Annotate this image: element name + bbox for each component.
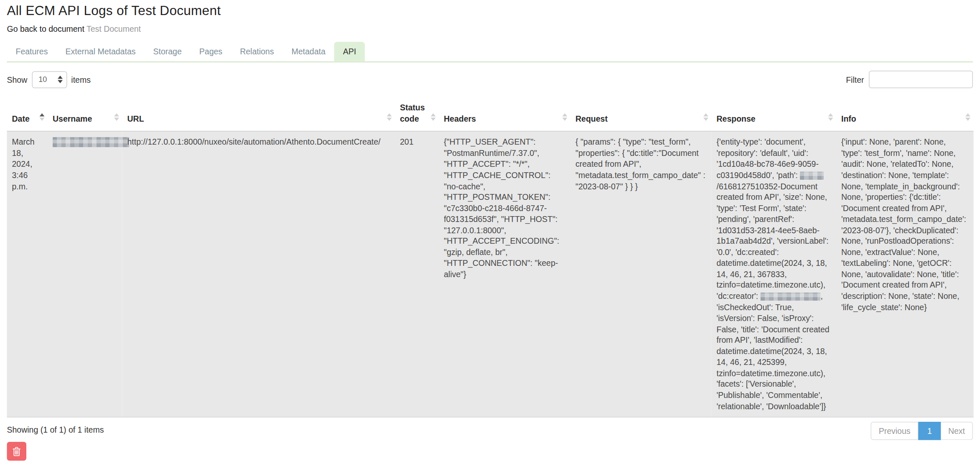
tab-storage[interactable]: Storage — [144, 42, 190, 61]
sort-arrows-icon — [828, 114, 833, 121]
tab-metadata[interactable]: Metadata — [283, 42, 334, 61]
go-back-document-link[interactable]: Test Document — [87, 24, 141, 34]
redacted-path — [800, 172, 824, 180]
tab-bar: Features External Metadatas Storage Page… — [7, 42, 973, 63]
api-logs-table: Date Username URL Status code — [7, 97, 974, 418]
column-header-username[interactable]: Username — [48, 97, 122, 131]
page-title: All ECM API Logs of Test Document — [7, 3, 973, 18]
table-footer: Showing (1 of 1) of 1 items Previous 1 N… — [7, 423, 973, 464]
column-header-headers[interactable]: Headers — [439, 97, 570, 131]
redacted-username — [53, 138, 129, 148]
column-header-request[interactable]: Request — [570, 97, 712, 131]
column-header-url[interactable]: URL — [122, 97, 395, 131]
table-header-row: Date Username URL Status code — [7, 97, 974, 131]
previous-page-button[interactable]: Previous — [871, 422, 919, 440]
sort-arrows-icon — [965, 114, 970, 121]
column-header-info[interactable]: Info — [836, 97, 974, 131]
delete-logs-button[interactable] — [7, 442, 27, 461]
go-back-label: Go back to document — [7, 24, 84, 34]
page-size-wrap: 10 — [32, 71, 67, 88]
cell-request: { "params": { "type": "test_form", "prop… — [570, 131, 712, 417]
sort-arrows-icon — [387, 114, 392, 121]
redacted-creator — [761, 293, 821, 301]
go-back-row: Go back to document Test Document — [7, 24, 973, 34]
cell-date: March 18, 2024, 3:46 p.m. — [7, 131, 48, 417]
filter-input[interactable] — [869, 71, 973, 88]
sort-arrows-icon — [40, 114, 45, 121]
column-header-date[interactable]: Date — [7, 97, 48, 131]
cell-status-code: 201 — [395, 131, 439, 417]
showing-summary: Showing (1 of 1) of 1 items — [7, 423, 973, 434]
column-header-response[interactable]: Response — [712, 97, 837, 131]
cell-response: {'entity-type': 'document', 'repository'… — [712, 131, 837, 417]
table-controls: Show 10 items Filter — [7, 71, 973, 88]
column-header-status-code[interactable]: Status code — [395, 97, 439, 131]
pagination: Previous 1 Next — [871, 422, 973, 440]
page-size-select[interactable]: 10 — [32, 71, 67, 88]
next-page-button[interactable]: Next — [941, 422, 973, 440]
cell-info: {'input': None, 'parent': None, 'type': … — [836, 131, 974, 417]
log-table-row: March 18, 2024, 3:46 p.m. http://127.0.0… — [7, 131, 974, 417]
cell-headers: {"HTTP_USER_AGENT": "PostmanRuntime/7.37… — [439, 131, 570, 417]
items-label: items — [71, 75, 91, 84]
tab-pages[interactable]: Pages — [191, 42, 231, 61]
page-1-button[interactable]: 1 — [919, 422, 941, 440]
cell-username — [48, 131, 122, 417]
filter-label: Filter — [846, 75, 864, 84]
sort-arrows-icon — [114, 114, 119, 121]
trash-icon — [13, 446, 21, 456]
tab-relations[interactable]: Relations — [231, 42, 283, 61]
tab-api[interactable]: API — [334, 42, 365, 61]
show-label: Show — [7, 75, 28, 84]
tab-external-metadatas[interactable]: External Metadatas — [56, 42, 144, 61]
tab-features[interactable]: Features — [7, 42, 57, 61]
sort-arrows-icon — [563, 114, 568, 121]
cell-url: http://127.0.0.1:8000/nuxeo/site/automat… — [122, 131, 395, 417]
sort-arrows-icon — [703, 114, 708, 121]
sort-arrows-icon — [431, 114, 436, 121]
